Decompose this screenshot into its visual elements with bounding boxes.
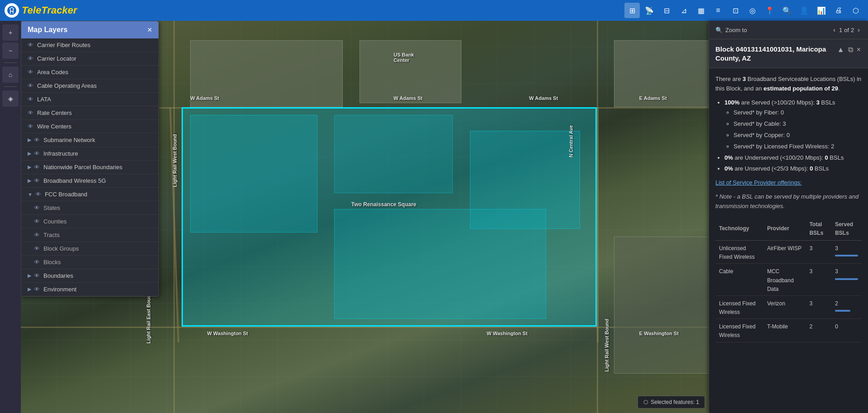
layer-label: Carrier Fiber Routes: [37, 42, 91, 48]
layer-parcel-boundaries[interactable]: ▶ 👁 Nationwide Parcel Boundaries: [21, 161, 158, 174]
inner-building-2: [334, 115, 453, 193]
layers-panel-title: Map Layers: [28, 26, 67, 34]
layers-topbar-btn[interactable]: ⊞: [624, 3, 640, 18]
col-total-bsls: Total BSLs: [806, 218, 832, 241]
street-label-light-rail-2: Light Rail West Bound: [604, 318, 609, 371]
zoom-out-btn[interactable]: −: [2, 43, 19, 59]
inner-building-4: [334, 209, 546, 319]
left-strip: + − ⌂ ◈: [0, 21, 21, 413]
layer-carrier-locator[interactable]: 👁 Carrier Locator: [21, 52, 158, 66]
layer-area-codes[interactable]: 👁 Area Codes: [21, 66, 158, 79]
layer-label: Rate Centers: [37, 109, 72, 116]
layer-label: LATA: [37, 96, 51, 103]
layer-blocks[interactable]: 👁 Blocks: [21, 256, 158, 269]
unserved-item: 0% are Unserved (<25/3 Mbps): 0 BSLs: [724, 164, 862, 174]
street-label-n-central: N Central Ave: [568, 125, 573, 157]
cell-total: 2: [806, 319, 832, 342]
layers-close-btn[interactable]: ×: [147, 26, 152, 34]
search-topbar-btn[interactable]: 🔍: [779, 3, 795, 18]
capture-topbar-btn[interactable]: ⊡: [728, 3, 743, 18]
cell-provider: MCC Broadband Data: [763, 264, 806, 296]
layer-lata[interactable]: 👁 LATA: [21, 93, 158, 106]
street-label-w-adams-1: W Adams St: [190, 95, 219, 101]
underserved-bsl: 0: [825, 154, 828, 161]
eye-icon: 👁: [34, 177, 40, 184]
layer-label: Tracts: [43, 232, 60, 238]
block-title: Block 040131141001031, Maricopa County, …: [715, 45, 833, 62]
popout-btn[interactable]: ⧉: [847, 45, 854, 55]
stats-topbar-btn[interactable]: 📊: [814, 3, 829, 18]
cell-total: 3: [806, 240, 832, 263]
nav-prev-btn[interactable]: ‹: [831, 25, 837, 34]
layer-fcc-broadband[interactable]: ▼ 👁 FCC Broadband: [21, 188, 158, 201]
underserved-pct: 0%: [724, 154, 733, 161]
layer-counties[interactable]: 👁 Counties: [21, 215, 158, 228]
street-label-w-washington-2: W Washington St: [487, 331, 528, 336]
compass-nav-btn[interactable]: ◈: [2, 90, 19, 107]
user-topbar-btn[interactable]: 👤: [796, 3, 812, 18]
expand-icon: ▶: [28, 286, 31, 292]
light-rail-east: [597, 107, 599, 342]
served-copper: Served* by Copper: 0: [734, 131, 862, 140]
bsl-note: * Note - a BSL can be served by multiple…: [715, 192, 862, 211]
layer-rate-centers[interactable]: 👁 Rate Centers: [21, 106, 158, 120]
selected-features-label: Selected features: 1: [651, 399, 699, 405]
layer-boundaries[interactable]: ▶ 👁 Boundaries: [21, 269, 158, 283]
layer-infrastructure[interactable]: ▶ 👁 Infrastructure: [21, 147, 158, 161]
expand-icon: ▶: [28, 137, 31, 143]
layer-block-groups[interactable]: 👁 Block Groups: [21, 242, 158, 256]
print-topbar-btn[interactable]: 🖨: [831, 3, 846, 18]
info-header-btns: ▲ ⧉ ×: [836, 45, 862, 55]
list-topbar-btn[interactable]: ≡: [710, 3, 726, 18]
eye-icon: 👁: [34, 204, 40, 211]
collapse-btn[interactable]: ▲: [836, 45, 845, 55]
filter-topbar-btn[interactable]: ⊿: [676, 3, 691, 18]
layer-label: Nationwide Parcel Boundaries: [43, 164, 122, 171]
grid-topbar-btn[interactable]: ▦: [693, 3, 709, 18]
eye-icon: 👁: [28, 69, 34, 76]
expand-icon: ▶: [28, 151, 31, 157]
layer-environment[interactable]: ▶ 👁 Environment: [21, 283, 158, 296]
layer-submarine[interactable]: ▶ 👁 Submarine Network: [21, 133, 158, 147]
layer-tracts[interactable]: 👁 Tracts: [21, 228, 158, 242]
table-row: Licensed Fixed Wireless T-Mobile 2 0: [715, 319, 862, 342]
layer-broadband-5g[interactable]: ▶ 👁 Broadband Wireless 5G: [21, 174, 158, 188]
home-nav-btn[interactable]: ⌂: [2, 66, 19, 83]
zoom-in-btn[interactable]: +: [2, 24, 19, 41]
cell-provider: T-Mobile: [763, 319, 806, 342]
layer-states[interactable]: 👁 States: [21, 201, 158, 215]
eye-icon: 👁: [34, 137, 40, 143]
served-cable: Served* by Cable: 3: [734, 119, 862, 129]
layer-label: Block Groups: [43, 245, 79, 252]
building-bank: [360, 40, 461, 103]
street-label-light-rail-east: Light Rail West Bound: [172, 134, 177, 187]
eye-icon: 👁: [28, 55, 34, 62]
provider-list-link[interactable]: List of Service Provider offerings:: [715, 179, 802, 186]
nav-separator: of: [844, 27, 849, 33]
target-topbar-btn[interactable]: ◎: [745, 3, 760, 18]
signal-topbar-btn[interactable]: 📡: [642, 3, 657, 18]
provider-link-p: List of Service Provider offerings:: [715, 178, 862, 188]
logo-area: TeleTracker: [5, 3, 77, 18]
cell-total: 3: [806, 295, 832, 318]
pop-label: estimated population of: [763, 85, 830, 92]
cell-provider: AirFiber WISP: [763, 240, 806, 263]
cell-technology: Cable: [715, 264, 763, 296]
expand-topbar-btn[interactable]: ⬡: [848, 3, 863, 18]
inner-building-1: [190, 115, 317, 233]
close-info-btn[interactable]: ×: [856, 45, 862, 55]
layer-cable-operating[interactable]: 👁 Cable Operating Areas: [21, 79, 158, 93]
underserved-item: 0% are Underserved (<100/20 Mbps): 0 BSL…: [724, 153, 862, 163]
nav-controls: ‹ 1 of 2 ›: [831, 25, 862, 34]
street-label-e-adams: E Adams St: [639, 95, 667, 101]
location-topbar-btn[interactable]: 📍: [762, 3, 777, 18]
layer-wire-centers[interactable]: 👁 Wire Centers: [21, 120, 158, 133]
eye-icon: 👁: [28, 109, 34, 116]
us-bank-label: US BankCenter: [393, 52, 414, 63]
nav-next-btn[interactable]: ›: [856, 25, 862, 34]
layer-carrier-fiber[interactable]: 👁 Carrier Fiber Routes: [21, 38, 158, 52]
street-label-w-washington-1: W Washington St: [207, 331, 248, 336]
eye-icon: 👁: [28, 96, 34, 103]
eye-icon: 👁: [34, 286, 40, 293]
table-topbar-btn[interactable]: ⊟: [659, 3, 674, 18]
